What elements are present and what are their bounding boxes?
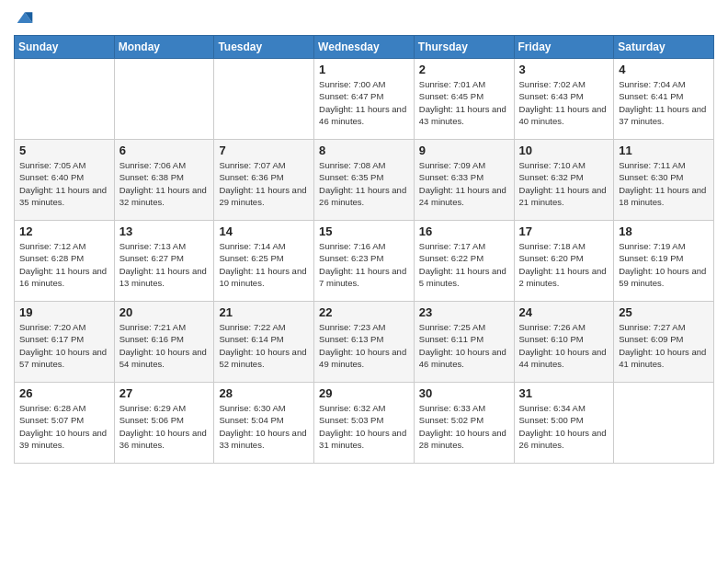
sunset-text: Sunset: 6:22 PM	[419, 252, 509, 264]
daylight-text: Daylight: 11 hours and 43 minutes.	[419, 103, 509, 128]
sunrise-text: Sunrise: 7:14 AM	[219, 240, 309, 252]
sunrise-text: Sunrise: 7:21 AM	[119, 321, 210, 333]
calendar-cell: 17Sunrise: 7:18 AMSunset: 6:20 PMDayligh…	[514, 221, 614, 302]
day-number: 11	[619, 144, 709, 157]
day-info: Sunrise: 6:34 AMSunset: 5:00 PMDaylight:…	[519, 402, 609, 451]
day-number: 13	[119, 224, 210, 238]
sunrise-text: Sunrise: 7:02 AM	[519, 78, 609, 90]
daylight-text: Daylight: 10 hours and 36 minutes.	[119, 427, 210, 452]
daylight-text: Daylight: 11 hours and 18 minutes.	[619, 184, 709, 209]
sunrise-text: Sunrise: 7:17 AM	[419, 240, 509, 252]
calendar-cell: 8Sunrise: 7:08 AMSunset: 6:35 PMDaylight…	[314, 140, 415, 221]
daylight-text: Daylight: 11 hours and 32 minutes.	[119, 184, 210, 209]
sunset-text: Sunset: 6:23 PM	[319, 252, 409, 264]
weekday-header-tuesday: Tuesday	[214, 36, 314, 59]
day-info: Sunrise: 7:23 AMSunset: 6:13 PMDaylight:…	[319, 321, 409, 370]
day-number: 24	[519, 305, 609, 319]
weekday-header-friday: Friday	[514, 36, 614, 59]
sunrise-text: Sunrise: 7:08 AM	[319, 159, 409, 171]
day-info: Sunrise: 7:00 AMSunset: 6:47 PMDaylight:…	[319, 78, 409, 127]
day-number: 29	[319, 386, 409, 400]
daylight-text: Daylight: 11 hours and 21 minutes.	[519, 184, 609, 209]
calendar-cell: 28Sunrise: 6:30 AMSunset: 5:04 PMDayligh…	[214, 383, 314, 464]
sunset-text: Sunset: 6:09 PM	[619, 333, 709, 345]
sunrise-text: Sunrise: 6:28 AM	[19, 402, 109, 414]
week-row-1: 1Sunrise: 7:00 AMSunset: 6:47 PMDaylight…	[15, 59, 714, 140]
daylight-text: Daylight: 11 hours and 5 minutes.	[419, 265, 509, 290]
daylight-text: Daylight: 11 hours and 35 minutes.	[19, 184, 109, 209]
sunset-text: Sunset: 6:10 PM	[519, 333, 609, 345]
day-info: Sunrise: 7:26 AMSunset: 6:10 PMDaylight:…	[519, 321, 609, 370]
sunrise-text: Sunrise: 7:12 AM	[19, 240, 109, 252]
day-number: 31	[519, 386, 609, 400]
sunset-text: Sunset: 6:36 PM	[219, 171, 309, 183]
daylight-text: Daylight: 11 hours and 29 minutes.	[219, 184, 309, 209]
day-info: Sunrise: 7:13 AMSunset: 6:27 PMDaylight:…	[119, 240, 210, 289]
sunrise-text: Sunrise: 7:11 AM	[619, 159, 709, 171]
sunset-text: Sunset: 6:17 PM	[19, 333, 109, 345]
calendar-cell: 5Sunrise: 7:05 AMSunset: 6:40 PMDaylight…	[15, 140, 115, 221]
calendar-cell: 23Sunrise: 7:25 AMSunset: 6:11 PMDayligh…	[414, 302, 514, 383]
day-number: 3	[519, 63, 609, 76]
sunset-text: Sunset: 6:28 PM	[19, 252, 109, 264]
calendar-cell: 29Sunrise: 6:32 AMSunset: 5:03 PMDayligh…	[314, 383, 415, 464]
day-info: Sunrise: 7:12 AMSunset: 6:28 PMDaylight:…	[19, 240, 109, 289]
day-info: Sunrise: 7:04 AMSunset: 6:41 PMDaylight:…	[619, 78, 709, 127]
sunset-text: Sunset: 6:47 PM	[319, 90, 409, 102]
day-info: Sunrise: 6:29 AMSunset: 5:06 PMDaylight:…	[119, 402, 210, 451]
sunrise-text: Sunrise: 7:09 AM	[419, 159, 509, 171]
day-number: 25	[619, 305, 709, 319]
day-info: Sunrise: 7:05 AMSunset: 6:40 PMDaylight:…	[19, 159, 109, 208]
sunrise-text: Sunrise: 7:27 AM	[619, 321, 709, 333]
calendar-cell: 14Sunrise: 7:14 AMSunset: 6:25 PMDayligh…	[214, 221, 314, 302]
logo-icon	[16, 9, 34, 28]
day-info: Sunrise: 6:30 AMSunset: 5:04 PMDaylight:…	[219, 402, 309, 451]
weekday-header-sunday: Sunday	[15, 36, 115, 59]
day-number: 18	[619, 224, 709, 238]
daylight-text: Daylight: 10 hours and 59 minutes.	[619, 265, 709, 290]
sunrise-text: Sunrise: 7:13 AM	[119, 240, 210, 252]
sunrise-text: Sunrise: 7:05 AM	[19, 159, 109, 171]
day-info: Sunrise: 7:06 AMSunset: 6:38 PMDaylight:…	[119, 159, 210, 208]
sunset-text: Sunset: 5:03 PM	[319, 414, 409, 426]
daylight-text: Daylight: 10 hours and 26 minutes.	[519, 427, 609, 452]
day-info: Sunrise: 7:11 AMSunset: 6:30 PMDaylight:…	[619, 159, 709, 208]
calendar-cell: 31Sunrise: 6:34 AMSunset: 5:00 PMDayligh…	[514, 383, 614, 464]
week-row-2: 5Sunrise: 7:05 AMSunset: 6:40 PMDaylight…	[15, 140, 714, 221]
sunrise-text: Sunrise: 7:01 AM	[419, 78, 509, 90]
sunset-text: Sunset: 6:40 PM	[19, 171, 109, 183]
weekday-header-thursday: Thursday	[414, 36, 514, 59]
calendar-cell: 4Sunrise: 7:04 AMSunset: 6:41 PMDaylight…	[614, 59, 714, 140]
day-info: Sunrise: 7:19 AMSunset: 6:19 PMDaylight:…	[619, 240, 709, 289]
calendar-cell: 26Sunrise: 6:28 AMSunset: 5:07 PMDayligh…	[15, 383, 115, 464]
sunset-text: Sunset: 6:43 PM	[519, 90, 609, 102]
daylight-text: Daylight: 10 hours and 46 minutes.	[419, 346, 509, 371]
sunrise-text: Sunrise: 7:00 AM	[319, 78, 409, 90]
sunset-text: Sunset: 6:11 PM	[419, 333, 509, 345]
sunset-text: Sunset: 6:13 PM	[319, 333, 409, 345]
sunrise-text: Sunrise: 7:18 AM	[519, 240, 609, 252]
day-info: Sunrise: 7:01 AMSunset: 6:45 PMDaylight:…	[419, 78, 509, 127]
day-number: 21	[219, 305, 309, 319]
daylight-text: Daylight: 11 hours and 46 minutes.	[319, 103, 409, 128]
calendar-cell	[114, 59, 214, 140]
daylight-text: Daylight: 10 hours and 28 minutes.	[419, 427, 509, 452]
day-number: 17	[519, 224, 609, 238]
sunrise-text: Sunrise: 7:20 AM	[19, 321, 109, 333]
day-number: 28	[219, 386, 309, 400]
day-number: 6	[119, 144, 210, 157]
day-info: Sunrise: 7:21 AMSunset: 6:16 PMDaylight:…	[119, 321, 210, 370]
calendar-cell: 10Sunrise: 7:10 AMSunset: 6:32 PMDayligh…	[514, 140, 614, 221]
calendar-table: SundayMondayTuesdayWednesdayThursdayFrid…	[14, 35, 714, 464]
daylight-text: Daylight: 10 hours and 41 minutes.	[619, 346, 709, 371]
sunrise-text: Sunrise: 7:06 AM	[119, 159, 210, 171]
sunrise-text: Sunrise: 6:33 AM	[419, 402, 509, 414]
sunrise-text: Sunrise: 7:16 AM	[319, 240, 409, 252]
calendar-cell: 9Sunrise: 7:09 AMSunset: 6:33 PMDaylight…	[414, 140, 514, 221]
weekday-header-wednesday: Wednesday	[314, 36, 415, 59]
page: SundayMondayTuesdayWednesdayThursdayFrid…	[0, 0, 728, 563]
day-number: 22	[319, 305, 409, 319]
sunset-text: Sunset: 6:25 PM	[219, 252, 309, 264]
calendar-cell: 24Sunrise: 7:26 AMSunset: 6:10 PMDayligh…	[514, 302, 614, 383]
daylight-text: Daylight: 11 hours and 10 minutes.	[219, 265, 309, 290]
